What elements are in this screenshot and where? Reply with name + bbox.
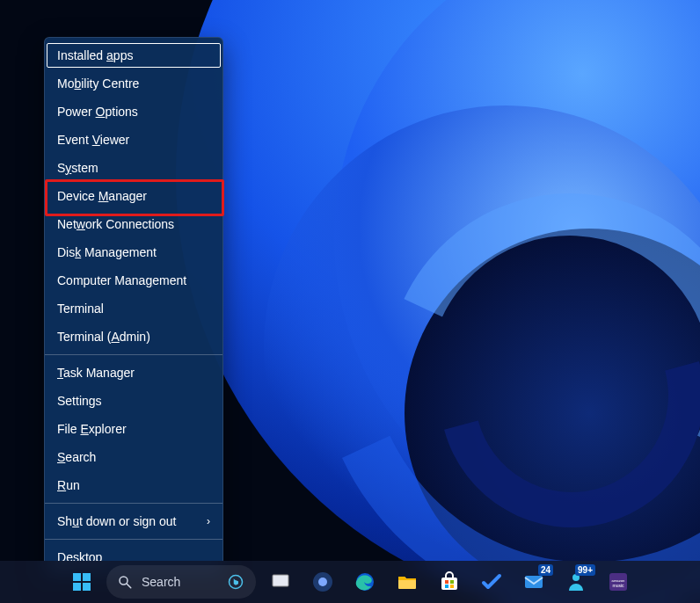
menu-item-label: Mobility Centre [57,75,139,92]
svg-rect-13 [445,580,448,584]
taskbar-app-camera[interactable] [305,564,340,599]
menu-item-installed-apps[interactable]: Installed apps [45,41,222,69]
svg-point-10 [318,578,327,586]
taskbar-app-edge[interactable] [347,564,383,599]
menu-item-label: Search [57,448,96,466]
menu-item-label: File Explorer [57,420,127,438]
taskbar-app-explorer[interactable] [390,564,425,599]
start-button[interactable] [64,564,99,599]
edge-icon [354,571,376,592]
taskbar-search[interactable]: Search [106,565,256,599]
menu-item-label: Installed apps [57,47,133,64]
menu-item-device-manager[interactable]: Device Manager [45,182,222,210]
amazon-music-icon: amazon music [608,571,629,592]
store-icon [439,571,460,592]
taskbar-app-teams[interactable]: 99+ [558,564,594,599]
svg-rect-2 [73,583,81,591]
menu-item-label: Shut down or sign out [57,512,176,530]
menu-item-label: Terminal [57,300,104,317]
menu-item-shut-down-or-sign-out[interactable]: Shut down or sign out› [45,507,222,535]
teams-badge: 99+ [575,564,595,576]
svg-rect-3 [83,583,91,591]
svg-rect-0 [73,573,81,581]
task-view-button[interactable] [263,564,298,599]
svg-rect-7 [273,575,288,586]
menu-item-label: Event Viewer [57,131,129,149]
winx-context-menu: Installed appsMobility CentrePower Optio… [44,37,223,576]
svg-rect-17 [525,576,543,588]
windows-logo-icon [71,571,92,592]
menu-separator [45,354,222,355]
svg-rect-14 [450,580,454,584]
menu-item-system[interactable]: System [45,154,222,182]
menu-item-file-explorer[interactable]: File Explorer [45,415,222,443]
menu-item-label: Task Manager [57,364,135,381]
menu-item-label: Power Options [57,103,138,120]
taskbar-app-store[interactable] [432,564,467,599]
checkmark-icon [481,571,502,592]
bing-chat-icon [228,574,244,590]
taskbar-app-amazon-music[interactable]: amazon music [601,564,636,599]
menu-item-label: System [57,159,98,177]
menu-item-run[interactable]: Run [45,471,222,499]
svg-rect-16 [450,585,454,588]
menu-item-event-viewer[interactable]: Event Viewer [45,126,222,154]
menu-item-network-connections[interactable]: Network Connections [45,210,222,238]
svg-rect-15 [445,585,448,588]
folder-icon [397,571,418,592]
chevron-right-icon: › [207,512,210,530]
menu-item-label: Computer Management [57,272,186,289]
menu-item-label: Network Connections [57,215,174,233]
mail-badge: 24 [538,564,553,576]
menu-item-terminal[interactable]: Terminal [45,294,222,323]
taskbar: Search [0,561,700,603]
svg-point-4 [120,577,128,585]
svg-rect-12 [441,578,457,590]
menu-separator [45,503,222,504]
search-icon [117,574,133,590]
menu-item-task-manager[interactable]: Task Manager [45,359,222,387]
menu-item-label: Terminal (Admin) [57,328,150,345]
svg-line-5 [127,584,131,588]
desktop: Installed appsMobility CentrePower Optio… [0,0,700,603]
svg-text:music: music [612,583,624,588]
menu-item-label: Settings [57,392,102,410]
menu-separator [45,539,222,540]
menu-item-settings[interactable]: Settings [45,387,222,415]
taskbar-app-mail[interactable]: 24 [516,564,551,599]
menu-item-terminal-admin[interactable]: Terminal (Admin) [45,323,222,351]
menu-item-search[interactable]: Search [45,443,222,471]
menu-item-disk-management[interactable]: Disk Management [45,238,222,266]
menu-item-mobility-centre[interactable]: Mobility Centre [45,69,222,98]
svg-rect-1 [83,573,91,581]
menu-item-label: Device Manager [57,187,147,205]
menu-item-power-options[interactable]: Power Options [45,98,222,126]
menu-item-label: Run [57,476,80,494]
task-view-icon [270,571,291,592]
menu-item-label: Disk Management [57,243,157,261]
menu-item-computer-management[interactable]: Computer Management [45,266,222,294]
taskbar-app-todo[interactable] [474,564,509,599]
search-placeholder: Search [142,575,180,589]
camera-icon [312,571,333,592]
